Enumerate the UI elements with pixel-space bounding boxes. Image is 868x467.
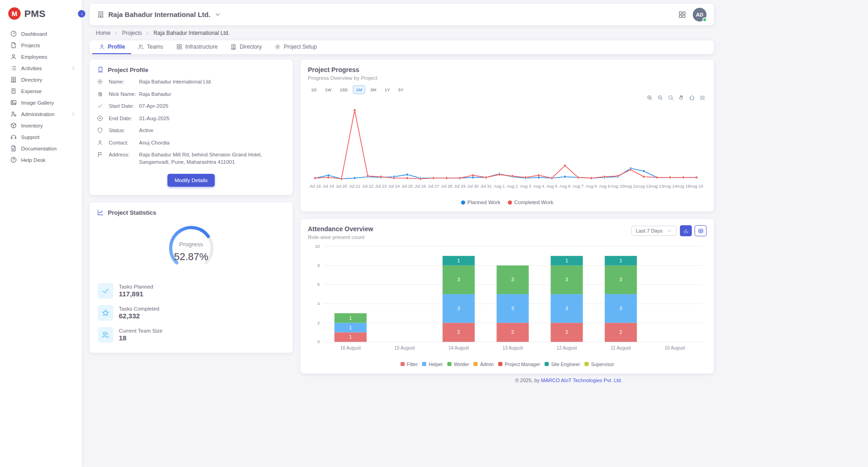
breadcrumb-item-projects[interactable]: Projects (122, 30, 142, 36)
avatar-initials: AD (696, 12, 703, 17)
svg-text:Jul 23: Jul 23 (375, 184, 387, 189)
svg-text:11 August: 11 August (611, 346, 631, 351)
legend-welder[interactable]: Welder (447, 361, 469, 367)
app-logo[interactable]: M PMS (0, 0, 82, 26)
sidebar-item-image-gallery[interactable]: Image Gallery (0, 97, 82, 108)
sidebar-item-dashboard[interactable]: Dashboard (0, 28, 82, 39)
sidebar-item-directory[interactable]: Directory (0, 74, 82, 85)
modify-details-button[interactable]: Modify Details (167, 174, 214, 187)
field-value: 31-Aug-2025 (139, 115, 170, 122)
period-select[interactable]: Last 7 Days (631, 226, 677, 236)
users-icon (98, 327, 113, 343)
project-progress-legend: Planned WorkCompleted Work (308, 199, 707, 208)
sidebar-item-label: Dashboard (21, 31, 47, 37)
attendance-legend: FitterHelperWelderAdminProject ManagerSi… (308, 361, 707, 370)
range-1y-button[interactable]: 1Y (381, 85, 393, 94)
apps-grid-icon[interactable] (678, 11, 686, 19)
attendance-chart[interactable]: 024681016 August11115 August14 August233… (308, 243, 707, 360)
project-progress-subtitle: Progress Overview by Project (308, 75, 707, 81)
range-1w-button[interactable]: 1W (322, 85, 334, 94)
check-icon (98, 283, 113, 299)
svg-text:3: 3 (457, 306, 460, 311)
chart-line-icon (97, 209, 104, 216)
stat-tasks-planned: Tasks Planned117,891 (98, 283, 284, 299)
sidebar-item-label: Help Desk (21, 157, 45, 163)
pan-icon[interactable] (678, 95, 684, 101)
avatar[interactable]: AD (693, 8, 707, 22)
user-icon (99, 44, 105, 50)
sidebar-item-support[interactable]: Support (0, 131, 82, 143)
sidebar-item-expense[interactable]: Expense (0, 85, 82, 97)
range-1m-button[interactable]: 1M (353, 85, 365, 94)
zoom-out-icon[interactable] (657, 95, 663, 101)
file-text-icon (10, 145, 17, 152)
svg-text:Aug 7: Aug 7 (573, 184, 584, 189)
svg-text:3: 3 (619, 306, 622, 311)
field-label: Start Date: (109, 103, 138, 110)
legend-helper[interactable]: Helper (422, 361, 443, 367)
field-value: Active (139, 127, 153, 134)
legend-planned-work[interactable]: Planned Work (461, 200, 501, 205)
zoom-selection-icon[interactable] (668, 95, 674, 101)
breadcrumb-item-home[interactable]: Home (96, 30, 111, 36)
svg-text:Aug 6: Aug 6 (559, 184, 570, 189)
tab-directory[interactable]: Directory (224, 40, 268, 54)
legend-completed-work[interactable]: Completed Work (508, 200, 553, 205)
sidebar-item-activities[interactable]: Activities (0, 62, 82, 74)
tab-label: Directory (239, 44, 262, 50)
sidebar-item-administration[interactable]: Administration (0, 108, 82, 120)
chevron-right-icon (71, 66, 76, 71)
profile-field-contact: Contact:Anuj Chordia (97, 139, 285, 147)
tab-teams[interactable]: Teams (131, 40, 169, 54)
sidebar-item-documentation[interactable]: Documentation (0, 143, 82, 154)
svg-text:Aug 9: Aug 9 (599, 184, 610, 189)
range-5y-button[interactable]: 5Y (395, 85, 407, 94)
svg-text:12 August: 12 August (556, 346, 577, 351)
range-15d-button[interactable]: 15D (336, 85, 351, 94)
legend-site-engineer[interactable]: Site Engineer (545, 361, 580, 367)
project-statistics-title: Project Statistics (97, 209, 285, 216)
field-label: Contact: (109, 139, 138, 147)
footer-link[interactable]: MARCO AIoT Technologies Pvt. Ltd. (541, 378, 622, 383)
tab-project-setup[interactable]: Project Setup (268, 40, 323, 54)
view-table-toggle[interactable] (695, 225, 707, 236)
receipt-icon (10, 88, 17, 95)
range-1d-button[interactable]: 1D (308, 85, 320, 94)
legend-project-manager[interactable]: Project Manager (498, 361, 540, 367)
home-icon[interactable] (689, 95, 695, 101)
sidebar-item-label: Administration (21, 111, 55, 117)
sidebar-item-employees[interactable]: Employees (0, 51, 82, 62)
help-circle-icon (10, 156, 17, 163)
zoom-in-icon[interactable] (646, 95, 653, 101)
tab-infrastructure[interactable]: Infrastructure (170, 40, 224, 54)
gauge-label: Progress (157, 241, 226, 248)
field-value: 07-Apr-2025 (139, 103, 168, 110)
file-icon (10, 42, 17, 49)
sidebar-item-help-desk[interactable]: Help Desk (0, 154, 82, 166)
sidebar-item-inventory[interactable]: Inventory (0, 120, 82, 131)
grid-icon (176, 44, 183, 50)
user-icon (10, 53, 17, 60)
range-3m-button[interactable]: 3M (367, 85, 379, 94)
legend-fitter[interactable]: Fitter (401, 361, 418, 367)
svg-text:Jul 25: Jul 25 (401, 184, 413, 189)
menu-icon[interactable] (699, 95, 706, 101)
company-selector[interactable]: Raja Bahadur International Ltd. (97, 11, 221, 18)
sidebar-item-label: Employees (21, 54, 47, 60)
legend-supervisor[interactable]: Supervisor (584, 361, 614, 367)
stat-label: Tasks Planned (119, 284, 153, 289)
svg-text:Jul 27: Jul 27 (428, 184, 440, 189)
x-circle-icon (97, 115, 103, 122)
star-icon (98, 305, 113, 321)
sidebar-item-projects[interactable]: Projects (0, 39, 82, 51)
stat-tasks-completed: Tasks Completed62,332 (98, 305, 284, 321)
stat-current-team-size: Current Team Size18 (98, 327, 284, 343)
sidebar-collapse-button[interactable] (77, 9, 86, 18)
svg-text:8: 8 (317, 263, 320, 268)
svg-text:1: 1 (619, 258, 622, 263)
view-bar-chart-toggle[interactable] (680, 225, 692, 236)
project-progress-chart[interactable]: Jul 18Jul 19Jul 20Jul 21Jul 22Jul 23Jul … (308, 96, 707, 199)
legend-admin[interactable]: Admin (473, 361, 494, 367)
svg-text:Aug 11: Aug 11 (624, 184, 637, 189)
tab-profile[interactable]: Profile (92, 40, 131, 54)
